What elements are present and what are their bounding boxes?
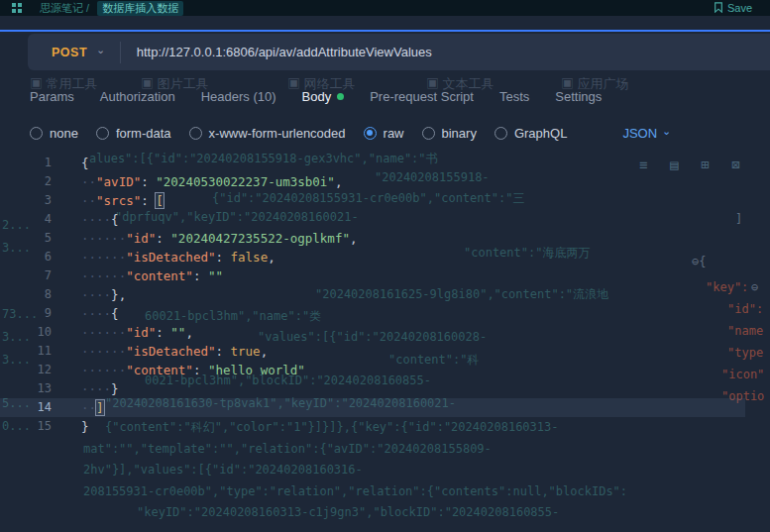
line-number: 10 bbox=[0, 323, 63, 342]
ghost-text: mat":"","template":"","relation":{"avID"… bbox=[83, 442, 492, 456]
body-mode-binary[interactable]: binary bbox=[422, 126, 477, 141]
tab-label: Pre-request Script bbox=[370, 89, 474, 104]
radio-icon bbox=[30, 127, 43, 140]
tab-label: Authorization bbox=[100, 89, 175, 104]
code-line-7[interactable]: 7······"content": "" bbox=[0, 266, 745, 285]
language-select[interactable]: JSON⌄ bbox=[622, 126, 671, 141]
line-number: 6 bbox=[0, 248, 63, 266]
code-line-11[interactable]: 11······"isDetached": true, bbox=[0, 342, 745, 361]
method-label: POST bbox=[52, 46, 87, 59]
tab-body[interactable]: Body bbox=[302, 89, 345, 104]
breadcrumb-current[interactable]: 数据库插入数据 bbox=[97, 1, 183, 16]
tab-label: Settings bbox=[555, 89, 602, 104]
code-content: ····} bbox=[63, 379, 119, 398]
ghost-text: 2hv"}],"values":[{"id":"20240208160316- bbox=[83, 463, 363, 477]
code-content: { bbox=[63, 154, 89, 172]
save-label: Save bbox=[727, 2, 752, 14]
radio-icon bbox=[364, 127, 377, 140]
code-line-4[interactable]: 4····{ bbox=[0, 210, 745, 229]
code-lines: 1{2··"avID": "20240530022237-um3sb0i",3·… bbox=[0, 154, 745, 436]
mode-label: x-www-form-urlencoded bbox=[209, 126, 346, 141]
code-line-15[interactable]: 15} bbox=[0, 417, 745, 436]
line-number: 3 bbox=[0, 191, 63, 210]
radio-icon bbox=[96, 127, 109, 140]
save-button[interactable]: Save bbox=[708, 1, 758, 16]
code-content: } bbox=[63, 417, 89, 436]
ghost-text: ⊖ bbox=[751, 280, 758, 294]
code-content: ······"id": "", bbox=[63, 323, 193, 342]
titlebar: 思源笔记 / 数据库插入数据 Save bbox=[0, 0, 770, 16]
method-selector[interactable]: POST ⌄ bbox=[28, 46, 114, 59]
code-content: ····}, bbox=[63, 285, 126, 304]
line-number: 11 bbox=[0, 342, 63, 361]
body-mode-graphql[interactable]: GraphQL bbox=[495, 126, 567, 141]
line-number: 2 bbox=[0, 172, 63, 191]
ghost-text: 208155931-cr0e00b","type":"relation","re… bbox=[83, 484, 627, 498]
code-content: ······"content": "" bbox=[63, 266, 223, 285]
tab-label: Tests bbox=[499, 89, 529, 104]
body-mode-row: noneform-datax-www-form-urlencodedrawbin… bbox=[30, 119, 770, 147]
code-content: ··] bbox=[63, 398, 104, 417]
body-mode-raw[interactable]: raw bbox=[364, 126, 404, 141]
code-line-10[interactable]: 10······"id": "", bbox=[0, 323, 745, 342]
request-section-divider bbox=[0, 30, 770, 32]
body-mode-none[interactable]: none bbox=[30, 126, 78, 141]
ghost-text: "keyID":"20240208160313-c1j9gn3","blockI… bbox=[137, 505, 559, 519]
code-line-9[interactable]: 9····{ bbox=[0, 304, 745, 323]
url-bar: POST ⌄ bbox=[28, 34, 770, 70]
tab-params[interactable]: Params bbox=[30, 89, 74, 104]
code-content: ····{ bbox=[63, 210, 119, 229]
body-editor[interactable]: 1{2··"avID": "20240530022237-um3sb0i",3·… bbox=[0, 154, 745, 436]
tab-label: Params bbox=[30, 89, 74, 104]
app-window: alues":[{"id":"20240208155918-gex3vhc","… bbox=[0, 0, 770, 532]
line-number: 12 bbox=[0, 361, 63, 379]
code-line-1[interactable]: 1{ bbox=[0, 154, 745, 172]
line-number: 8 bbox=[0, 285, 63, 304]
app-grid-icon[interactable] bbox=[12, 3, 22, 13]
line-number: 4 bbox=[0, 210, 63, 229]
tab-label: Headers (10) bbox=[201, 89, 276, 104]
tab-settings[interactable]: Settings bbox=[555, 89, 602, 104]
tab-pre-request-script[interactable]: Pre-request Script bbox=[370, 89, 474, 104]
code-line-12[interactable]: 12······"content": "hello world" bbox=[0, 361, 745, 379]
code-content: ······"isDetached": true, bbox=[63, 342, 268, 361]
language-select-value: JSON bbox=[622, 126, 657, 141]
body-mode-x-www-form-urlencoded[interactable]: x-www-form-urlencoded bbox=[189, 126, 346, 141]
save-icon bbox=[714, 2, 723, 15]
line-number: 9 bbox=[0, 304, 63, 323]
chevron-down-icon: ⌄ bbox=[662, 125, 671, 138]
code-content: ··"srcs": [ bbox=[63, 191, 164, 210]
line-number: 1 bbox=[0, 154, 63, 172]
code-content: ····{ bbox=[63, 304, 119, 323]
tab-tests[interactable]: Tests bbox=[499, 89, 529, 104]
line-number: 13 bbox=[0, 379, 63, 398]
code-line-13[interactable]: 13····} bbox=[0, 379, 745, 398]
radio-icon bbox=[189, 127, 202, 140]
mode-label: none bbox=[50, 126, 78, 141]
mode-label: form-data bbox=[116, 126, 171, 141]
tab-label: Body bbox=[302, 89, 332, 104]
request-tabs: ParamsAuthorizationHeaders (10)BodyPre-r… bbox=[30, 83, 770, 109]
radio-icon bbox=[495, 127, 507, 140]
line-number: 5 bbox=[0, 229, 63, 248]
tab-authorization[interactable]: Authorization bbox=[100, 89, 175, 104]
mode-label: raw bbox=[384, 126, 404, 141]
code-line-2[interactable]: 2··"avID": "20240530022237-um3sb0i", bbox=[0, 172, 745, 191]
line-number: 15 bbox=[0, 417, 63, 436]
code-content: ··"avID": "20240530022237-um3sb0i", bbox=[63, 172, 342, 191]
line-number: 14 bbox=[0, 398, 63, 417]
mode-label: binary bbox=[442, 126, 477, 141]
code-line-3[interactable]: 3··"srcs": [ bbox=[0, 191, 745, 210]
divider bbox=[120, 42, 121, 63]
code-line-5[interactable]: 5······"id": "20240427235522-ogplkmf", bbox=[0, 229, 745, 248]
mode-label: GraphQL bbox=[514, 126, 567, 141]
breadcrumb[interactable]: 思源笔记 / bbox=[40, 1, 89, 16]
url-input[interactable] bbox=[135, 44, 770, 60]
body-mode-form-data[interactable]: form-data bbox=[96, 126, 171, 141]
code-line-6[interactable]: 6······"isDetached": false, bbox=[0, 248, 745, 266]
code-line-8[interactable]: 8····}, bbox=[0, 285, 745, 304]
code-line-14[interactable]: 14··] bbox=[0, 398, 745, 417]
chevron-down-icon: ⌄ bbox=[96, 44, 106, 56]
tab-headers-10[interactable]: Headers (10) bbox=[201, 89, 276, 104]
code-content: ······"id": "20240427235522-ogplkmf", bbox=[63, 229, 357, 248]
